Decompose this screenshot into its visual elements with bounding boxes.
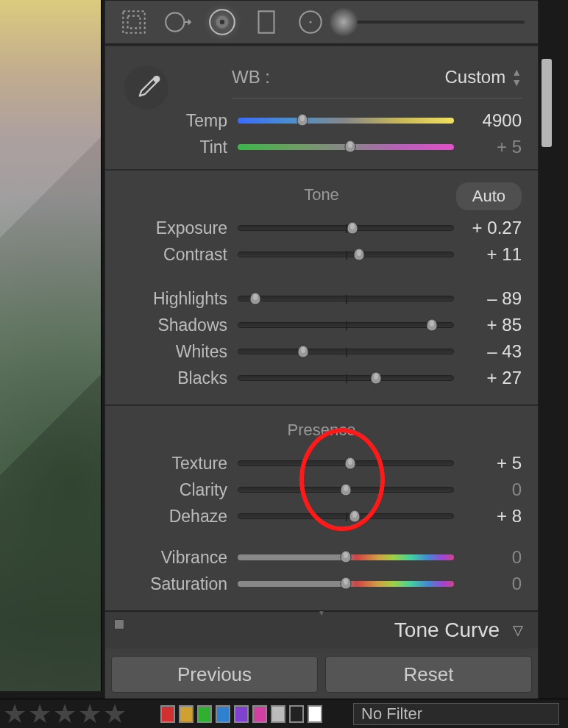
svg-point-16: [301, 347, 305, 353]
dehaze-slider-thumb[interactable]: [347, 509, 362, 524]
contrast-slider-thumb[interactable]: [352, 247, 366, 262]
color-label-swatch[interactable]: [271, 705, 285, 723]
dehaze-label: Dehaze: [121, 507, 227, 527]
svg-rect-0: [123, 11, 144, 32]
star-icon[interactable]: ★: [3, 701, 26, 727]
tone-curve-label: Tone Curve: [394, 618, 500, 642]
tone-curve-toggle-icon[interactable]: [114, 619, 124, 629]
svg-point-11: [348, 142, 352, 148]
star-icon[interactable]: ★: [53, 701, 77, 727]
presence-clarity-row: Clarity0: [121, 477, 522, 503]
wb-dropdown[interactable]: Custom: [444, 67, 505, 88]
shadows-slider-thumb[interactable]: [425, 318, 439, 332]
blacks-slider-thumb[interactable]: [369, 371, 383, 385]
texture-slider[interactable]: [238, 460, 454, 466]
local-adjustment-toolbar: [105, 1, 538, 45]
highlights-value[interactable]: – 89: [464, 288, 522, 309]
svg-point-13: [357, 250, 361, 256]
tone-section: Tone Auto Exposure+ 0.27Contrast+ 11: [105, 169, 538, 281]
white-balance-section: WB : Custom ▲▼ Temp4900Tint+ 5: [105, 45, 538, 169]
presence-section: Presence Texture+ 5Clarity0Dehaze+ 8: [105, 404, 538, 543]
wb-temp-row: Temp4900: [121, 107, 522, 134]
tint-slider-thumb[interactable]: [343, 139, 358, 154]
vibrance-value[interactable]: 0: [464, 547, 522, 568]
star-icon[interactable]: ★: [78, 701, 102, 727]
panel-grip-icon[interactable]: ▼: [314, 609, 329, 615]
temp-label: Temp: [121, 111, 227, 131]
saturation-value[interactable]: 0: [464, 574, 522, 594]
vibrance-slider-thumb[interactable]: [338, 549, 353, 564]
contrast-value[interactable]: + 11: [464, 244, 522, 265]
tone-curve-panel-header[interactable]: ▼ Tone Curve ▽: [105, 610, 538, 649]
svg-point-17: [374, 374, 378, 379]
svg-point-20: [352, 512, 357, 518]
graduated-filter-tool-icon[interactable]: [251, 7, 282, 38]
svg-point-12: [350, 224, 355, 229]
clarity-label: Clarity: [121, 480, 227, 500]
svg-rect-6: [259, 11, 274, 32]
color-label-swatch[interactable]: [179, 705, 194, 723]
color-label-swatch[interactable]: [197, 705, 212, 723]
tint-slider[interactable]: [238, 144, 454, 150]
saturation-slider[interactable]: [238, 581, 454, 587]
temp-value[interactable]: 4900: [464, 110, 522, 131]
color-label-swatch[interactable]: [160, 705, 175, 723]
tone-contrast-row: Contrast+ 11: [121, 241, 522, 268]
temp-slider[interactable]: [238, 118, 454, 124]
contrast-slider[interactable]: [238, 251, 454, 257]
wb-label: WB :: [232, 67, 270, 88]
whites-slider-thumb[interactable]: [296, 344, 310, 359]
disclosure-triangle-icon[interactable]: ▽: [513, 622, 523, 638]
color-label-swatch[interactable]: [289, 705, 304, 723]
brush-size-slider[interactable]: [345, 21, 525, 24]
dehaze-value[interactable]: + 8: [464, 506, 522, 527]
color-label-swatch[interactable]: [216, 705, 230, 723]
radial-filter-tool-icon[interactable]: [295, 7, 326, 38]
exposure-value[interactable]: + 0.27: [464, 218, 522, 238]
auto-tone-button[interactable]: Auto: [456, 182, 522, 210]
texture-slider-thumb[interactable]: [343, 456, 358, 471]
blacks-value[interactable]: + 27: [464, 368, 522, 388]
highlights-slider[interactable]: [238, 296, 454, 301]
crop-tool-icon[interactable]: [118, 7, 149, 38]
whites-value[interactable]: – 43: [464, 341, 522, 362]
dehaze-slider[interactable]: [238, 513, 454, 519]
star-icon[interactable]: ★: [103, 701, 127, 727]
panel-scrollbar-thumb[interactable]: [542, 59, 552, 147]
filter-dropdown-label: No Filter: [361, 704, 422, 724]
filter-dropdown[interactable]: No Filter: [353, 703, 559, 725]
highlights-slider-thumb[interactable]: [248, 291, 263, 306]
blacks-slider[interactable]: [238, 375, 454, 381]
color-label-swatch[interactable]: [252, 705, 267, 723]
exposure-label: Exposure: [121, 218, 227, 238]
whites-slider[interactable]: [238, 349, 454, 354]
color-label-swatch[interactable]: [308, 705, 322, 723]
presence-texture-row: Texture+ 5: [121, 450, 522, 477]
svg-point-9: [153, 76, 160, 82]
white-balance-eyedropper-icon[interactable]: [124, 65, 168, 110]
rating-stars[interactable]: ★ ★ ★ ★ ★: [0, 701, 155, 727]
exposure-slider[interactable]: [238, 225, 454, 231]
spot-removal-tool-icon[interactable]: [163, 7, 194, 38]
clarity-value[interactable]: 0: [464, 479, 522, 500]
temp-slider-thumb[interactable]: [295, 113, 310, 127]
saturation-slider-thumb[interactable]: [338, 576, 353, 590]
presence-dehaze-row: Dehaze+ 8: [121, 503, 522, 529]
svg-point-18: [348, 459, 352, 465]
chevron-updown-icon[interactable]: ▲▼: [511, 67, 522, 88]
previous-button[interactable]: Previous: [111, 656, 318, 693]
tint-value[interactable]: + 5: [464, 137, 522, 157]
shadows-slider[interactable]: [238, 322, 454, 328]
shadows-value[interactable]: + 85: [464, 315, 522, 335]
svg-point-8: [309, 21, 311, 23]
tone-blacks-row: Blacks+ 27: [121, 365, 522, 391]
texture-value[interactable]: + 5: [464, 453, 522, 474]
star-icon[interactable]: ★: [28, 701, 52, 727]
color-label-swatch[interactable]: [234, 705, 249, 723]
redeye-tool-icon[interactable]: [207, 7, 238, 38]
clarity-slider[interactable]: [238, 487, 454, 493]
color-label-swatches: [160, 705, 322, 723]
reset-button[interactable]: Reset: [325, 656, 532, 693]
vibrance-slider[interactable]: [238, 554, 454, 560]
svg-rect-1: [128, 16, 141, 29]
